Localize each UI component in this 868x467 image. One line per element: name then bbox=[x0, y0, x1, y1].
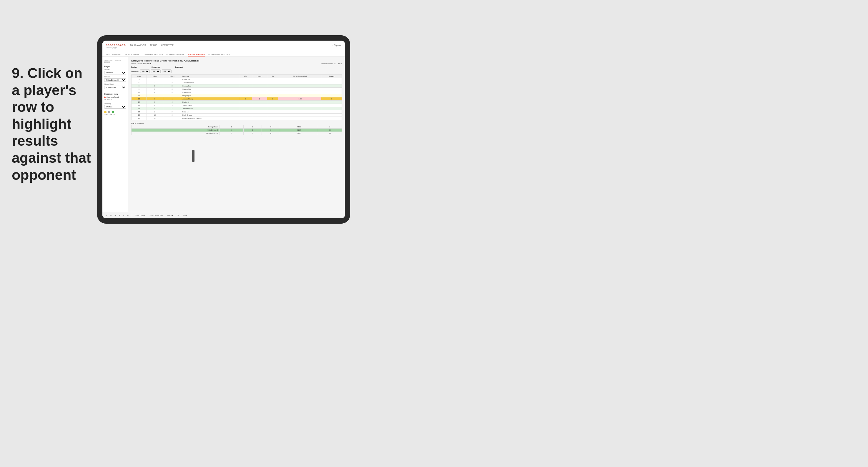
table-row[interactable]: 914 Sharon Mun bbox=[131, 88, 342, 91]
nav-committee[interactable]: COMMITTEE bbox=[161, 43, 174, 47]
tab-team-summary[interactable]: TEAM SUMMARY bbox=[106, 52, 122, 57]
table-row[interactable]: 31 Esther Lee bbox=[131, 78, 342, 81]
col-win: Win bbox=[239, 75, 252, 78]
filter-headers: Region Conference Opponent bbox=[131, 66, 342, 68]
table-row[interactable]: 1691 Jessica Mason bbox=[131, 107, 342, 111]
sidebar-gender-select[interactable]: Women's bbox=[104, 71, 126, 74]
colour-section: Colour by Win/loss Down Level Up bbox=[104, 103, 126, 115]
colour-down-dot bbox=[104, 111, 106, 113]
sidebar-gender-label: Gender bbox=[104, 68, 126, 70]
more-button[interactable]: ▾ bbox=[122, 214, 125, 217]
watch-button[interactable]: Watch ▾ bbox=[166, 214, 174, 217]
tab-team-h2h-grid[interactable]: TEAM H2H GRID bbox=[125, 52, 140, 57]
table-row[interactable]: 522 Alexis Sudjianto bbox=[131, 81, 342, 85]
record-row: Overall Record: 353 - 34 - 6 Division Re… bbox=[131, 63, 342, 64]
table-row[interactable]: 1822 Euna Lee bbox=[131, 111, 342, 114]
sidebar: Last Updated: 27/03/2024 16:55:38 Player… bbox=[102, 57, 128, 212]
colour-labels: Down Level Up bbox=[104, 114, 126, 115]
col-reg: # Reg bbox=[147, 75, 163, 78]
layout-button[interactable]: ⊡ bbox=[176, 214, 180, 217]
view-original-button[interactable]: View: Original bbox=[134, 214, 146, 217]
main-content: Last Updated: 27/03/2024 16:55:38 Player… bbox=[102, 57, 345, 212]
tab-player-h2h-heatmap[interactable]: PLAYER H2H HEATMAP bbox=[208, 52, 230, 57]
nav-teams[interactable]: TEAMS bbox=[150, 43, 157, 47]
colour-by-label: Colour by bbox=[104, 103, 126, 104]
colour-up-dot bbox=[112, 111, 114, 113]
col-conf: # Conf bbox=[163, 75, 181, 78]
colour-by-select[interactable]: Win/loss bbox=[104, 105, 126, 108]
opponent-filter-select[interactable]: (All) bbox=[162, 69, 172, 73]
step-description: Click on a player's row to highlight res… bbox=[12, 65, 91, 183]
tablet-screen: SCOREBOARD Powered by clippd TOURNAMENTS… bbox=[102, 41, 345, 218]
table-row[interactable]: 613 Sydney Kuo bbox=[131, 85, 342, 88]
tablet-frame: SCOREBOARD Powered by clippd TOURNAMENTS… bbox=[97, 35, 350, 224]
tab-team-h2h-heatmap[interactable]: TEAM H2H HEATMAP bbox=[144, 52, 163, 57]
table-row[interactable]: 19106 Emily Chang bbox=[131, 114, 342, 117]
nav-items: TOURNAMENTS TEAMS COMMITTEE bbox=[130, 43, 332, 47]
logo: SCOREBOARD Powered by clippd bbox=[106, 42, 126, 49]
colour-level-dot bbox=[108, 111, 110, 113]
table-row-selected[interactable]: 1311 Jessica Huang 0 1 0 -3.00 2 bbox=[131, 97, 342, 101]
opponent-view-label: Opponent view bbox=[104, 93, 126, 95]
toolbar-separator bbox=[132, 214, 132, 217]
sidebar-player-rank-select[interactable]: 8. Katelyn Vo bbox=[104, 86, 126, 89]
opponent-view-section: Opponent view Opponents Played Top 100 bbox=[104, 93, 126, 100]
sidebar-player-section: Player bbox=[104, 65, 126, 67]
nav-bar: SCOREBOARD Powered by clippd TOURNAMENTS… bbox=[102, 41, 345, 50]
sidebar-division-select[interactable]: NCAA Division III bbox=[104, 78, 126, 82]
refresh-button[interactable]: ↻ bbox=[126, 214, 129, 217]
save-custom-view-button[interactable]: Save Custom View bbox=[149, 214, 164, 217]
undo-button[interactable]: ↩ bbox=[105, 214, 108, 217]
tab-player-summary[interactable]: PLAYER SUMMARY bbox=[166, 52, 184, 57]
out-of-division-label: Out of division bbox=[131, 122, 342, 124]
table-row[interactable]: 1585 Stella Chang bbox=[131, 104, 342, 107]
col-div: # Div bbox=[131, 75, 147, 78]
tab-bar: TEAM SUMMARY TEAM H2H GRID TEAM H2H HEAT… bbox=[102, 50, 345, 57]
forward-button[interactable]: ↷ bbox=[114, 214, 117, 217]
top-100-radio[interactable]: Top 100 bbox=[104, 99, 126, 100]
out-of-division: Out of division Foreign Team 1 0 0 4.500… bbox=[131, 122, 342, 135]
grid-title: Katelyn Vo Head-to-Head Grid for Women's… bbox=[131, 59, 342, 62]
sidebar-player-rank-label: Player (Rank) bbox=[104, 83, 126, 85]
col-diff: Diff Av Strokes/Rnd bbox=[278, 75, 321, 78]
table-row[interactable]: 12 Haejo Hyun bbox=[131, 94, 342, 97]
filter-row: Opponents: (All) (All) (All) bbox=[131, 69, 342, 73]
col-rounds: Rounds bbox=[321, 75, 342, 78]
h2h-table: # Div # Reg # Conf Opponent Win Loss Tie… bbox=[131, 74, 342, 120]
side-button bbox=[192, 150, 194, 162]
toolbar-undo-group: ↩ ↪ ↷ ⊞ ▾ ↻ bbox=[105, 214, 129, 217]
sidebar-division-label: Division bbox=[104, 76, 126, 78]
share-button[interactable]: Share bbox=[182, 214, 188, 217]
opponents-played-radio-dot bbox=[104, 96, 105, 98]
tab-player-h2h-grid[interactable]: PLAYER H2H GRID bbox=[188, 52, 205, 57]
conf-filter-select[interactable]: (All) bbox=[151, 69, 161, 73]
redo-button[interactable]: ↪ bbox=[109, 214, 113, 217]
region-filter-select[interactable]: (All) bbox=[140, 69, 150, 73]
out-row[interactable]: Foreign Team 1 0 0 4.500 2 bbox=[131, 125, 342, 129]
sign-out-button[interactable]: Sign out bbox=[334, 43, 341, 47]
opponents-played-radio[interactable]: Opponents Played bbox=[104, 96, 126, 98]
step-number: 9. bbox=[12, 65, 24, 81]
step-text: 9. Click on a player's row to highlight … bbox=[12, 65, 94, 183]
out-of-division-table: Foreign Team 1 0 0 4.500 2 NAIA Division… bbox=[131, 125, 342, 135]
table-row[interactable]: 1063 Andrea York bbox=[131, 91, 342, 94]
col-loss: Loss bbox=[252, 75, 267, 78]
colour-dots bbox=[104, 111, 126, 113]
col-opponent: Opponent bbox=[181, 75, 239, 78]
toolbar: ↩ ↪ ↷ ⊞ ▾ ↻ View: Original Save Custom V… bbox=[102, 212, 345, 218]
out-row[interactable]: NAIA Division 1 15 0 0 9.267 30 bbox=[131, 129, 342, 132]
sidebar-timestamp: Last Updated: 27/03/2024 16:55:38 bbox=[104, 59, 126, 63]
table-row[interactable]: 20117 Federica Domecq Lacroze bbox=[131, 117, 342, 120]
grid-content: Katelyn Vo Head-to-Head Grid for Women's… bbox=[128, 57, 345, 212]
copy-button[interactable]: ⊞ bbox=[118, 214, 121, 217]
col-tie: Tie bbox=[267, 75, 278, 78]
out-row[interactable]: NCAA Division 2 5 0 0 7.400 10 bbox=[131, 132, 342, 135]
nav-tournaments[interactable]: TOURNAMENTS bbox=[130, 43, 146, 47]
table-row[interactable]: 1474 Eunice Yi bbox=[131, 101, 342, 104]
top-100-radio-dot bbox=[104, 99, 105, 100]
